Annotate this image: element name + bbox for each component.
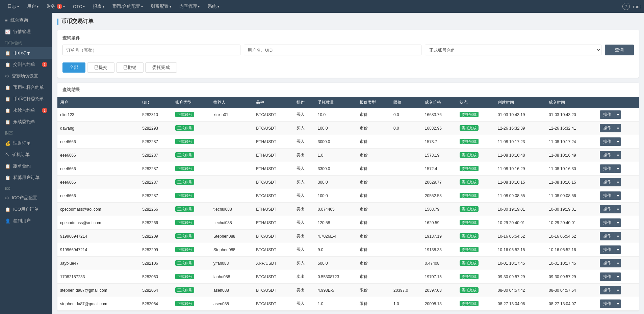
query-button[interactable]: 查询 [605,45,634,55]
sidebar-item-finance-orders[interactable]: 💰 理财订单 [0,137,52,149]
sidebar-item-leverage-contract[interactable]: 📋 币币杠杆合约单 [0,82,52,93]
action-button[interactable]: 操作 [600,272,615,281]
action-arrow-button[interactable]: ▾ [615,272,621,281]
cell-quantity: 9.0 [315,243,357,257]
action-button[interactable]: 操作 [600,286,615,294]
sidebar-item-perpetual-delegate[interactable]: 📋 永续委托单 [0,116,52,128]
help-icon[interactable]: ? [622,3,630,10]
nav-content[interactable]: 内容管理 ▾ [175,0,204,13]
action-arrow-button[interactable]: ▾ [615,110,621,119]
action-arrow-button[interactable]: ▾ [615,245,621,254]
sidebar-item-private-orders[interactable]: 📋 私募用户订单 [0,172,52,183]
nav-users[interactable]: 用户 ▾ [23,0,43,13]
action-button[interactable]: 操作 [600,218,615,227]
action-arrow-button[interactable]: ▾ [615,124,621,132]
cell-operation: 买入 [294,257,315,270]
sidebar-group-wealth: 财富 [0,128,52,137]
action-arrow-button[interactable]: ▾ [615,205,621,213]
nav-system[interactable]: 系统 ▾ [204,0,223,13]
cell-quantity: 10.0 [315,108,357,122]
action-button[interactable]: 操作 [600,232,615,240]
order-number-input[interactable] [62,45,240,55]
sidebar-item-follow-contract[interactable]: 📋 跟单合约 [0,160,52,172]
action-arrow-button[interactable]: ▾ [615,151,621,159]
sidebar-item-perpetual-contract[interactable]: 📋 永续合约单 1 [0,105,52,116]
cell-status: 委托完成 [457,216,495,230]
sidebar-item-delivery-contract[interactable]: 📋 交割合约单 1 [0,59,52,70]
action-arrow-button[interactable]: ▾ [615,178,621,186]
action-arrow-button[interactable]: ▾ [615,191,621,200]
account-type-select[interactable]: 正式账号合约 模拟账号合约 [425,45,601,55]
action-arrow-button[interactable]: ▾ [615,137,621,146]
action-arrow-button[interactable]: ▾ [615,259,621,267]
cell-deal-price: 20629.77 [422,176,457,189]
ico-orders-icon: 📋 [5,207,10,212]
action-arrow-button[interactable]: ▾ [615,164,621,173]
cell-create-time: 11-08 09:08:55 [495,189,546,203]
action-button[interactable]: 操作 [600,151,615,159]
tab-all[interactable]: 全部 [62,62,85,73]
action-arrow-button[interactable]: ▾ [615,286,621,294]
cell-deal-time: 11-08 10:17:24 [546,135,597,149]
cell-uid: 5282287 [139,162,173,176]
col-quantity: 委托数量 [315,97,357,108]
col-price-type: 报价类型 [357,97,391,108]
sidebar-item-overview[interactable]: ≡ 综合查询 [0,15,52,26]
miner-icon: ⛏ [5,152,9,157]
cell-quantity: 0.074405 [315,203,357,216]
sidebar-item-ico-orders[interactable]: 📋 ICO用户订单 [0,204,52,215]
cell-actions: 操作 ▾ [597,203,639,216]
sidebar-group-coin: 币币/合约 [0,37,52,47]
cell-actions: 操作 ▾ [597,176,639,189]
action-button[interactable]: 操作 [600,299,615,308]
cell-account-type: 正式账号 [173,216,211,230]
cell-variety: ETH/USDT [253,203,294,216]
cell-create-time: 10-29 20:40:01 [495,216,546,230]
action-button[interactable]: 操作 [600,191,615,200]
cell-deal-time: 10-29 20:40:01 [546,216,597,230]
sidebar-group-ico: ico [0,183,52,192]
page-title: 币币交易订单 [57,18,639,25]
nav-finance[interactable]: 财务 1 ▾ [43,0,69,13]
nav-coin-config[interactable]: 币币/合约配置 ▾ [108,0,147,13]
cell-operation: 买入 [294,176,315,189]
cell-quantity: 120.58 [315,216,357,230]
action-arrow-button[interactable]: ▾ [615,218,621,227]
action-button[interactable]: 操作 [600,164,615,173]
action-button[interactable]: 操作 [600,124,615,132]
tab-completed[interactable]: 委托完成 [145,62,177,73]
cell-user: elint123 [57,108,139,122]
cell-price-type: 市价 [357,135,391,149]
cell-price-type: 市价 [357,270,391,284]
nav-otc[interactable]: OTC ▾ [69,0,89,13]
action-button[interactable]: 操作 [600,259,615,267]
nav-reports[interactable]: 报表 ▾ [89,0,108,13]
nav-logs[interactable]: 日志 ▾ [3,0,23,13]
sidebar-item-delivery-settings[interactable]: ⚙ 交割场仿设置 [0,70,52,82]
cell-uid: 5282209 [139,230,173,243]
username-label: root [633,4,641,9]
cell-account-type: 正式账号 [173,189,211,203]
cell-user: stephen.da87@gmail.com [57,284,139,297]
action-arrow-button[interactable]: ▾ [615,232,621,240]
nav-wealth-config[interactable]: 财富配置 ▾ [147,0,175,13]
action-button[interactable]: 操作 [600,137,615,146]
sidebar-item-market[interactable]: 📈 行情管理 [0,26,52,37]
action-button[interactable]: 操作 [600,245,615,254]
action-button[interactable]: 操作 [600,205,615,213]
action-button[interactable]: 操作 [600,178,615,186]
tab-submitted[interactable]: 已提交 [87,62,114,73]
cell-account-type: 正式账号 [173,122,211,135]
cell-user: eee6666 [57,135,139,149]
sidebar-item-miner-orders[interactable]: ⛏ 矿机订单 [0,149,52,160]
action-arrow-button[interactable]: ▾ [615,299,621,308]
user-uid-input[interactable] [244,45,422,55]
sidebar-item-leverage-delegate[interactable]: 📋 币币杠杆委托单 [0,93,52,105]
sidebar-item-checkin-users[interactable]: 👤 签到用户 [0,215,52,227]
top-nav: 日志 ▾ 用户 ▾ 财务 1 ▾ OTC ▾ 报表 ▾ 币币/合约配置 ▾ 财富… [0,0,644,13]
cell-uid: 5282287 [139,176,173,189]
action-button[interactable]: 操作 [600,110,615,119]
tab-cancelled[interactable]: 已撤销 [116,62,144,73]
sidebar-item-coin-orders[interactable]: 📋 币币订单 [0,47,52,59]
sidebar-item-ico-product[interactable]: ⚙ ICO产品配置 [0,192,52,204]
